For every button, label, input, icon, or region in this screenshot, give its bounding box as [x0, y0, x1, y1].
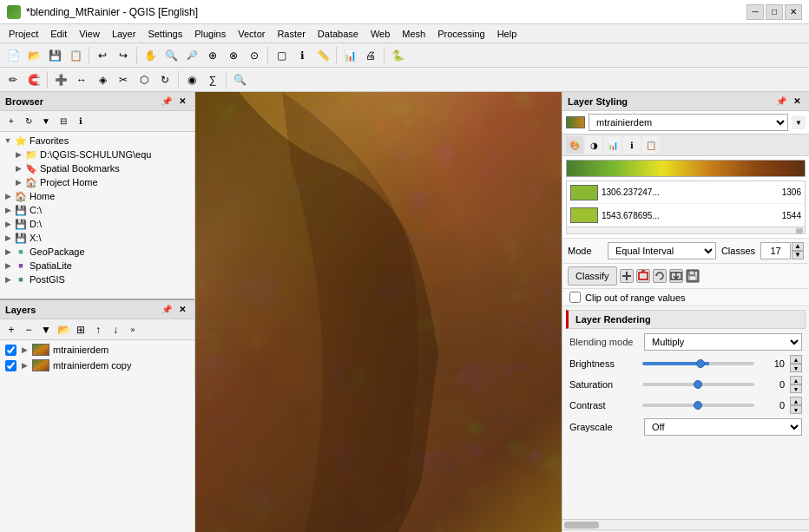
tree-favorites[interactable]: ▼ ⭐ Favorites [2, 134, 193, 148]
minimize-button[interactable]: ─ [747, 4, 764, 20]
menu-web[interactable]: Web [365, 27, 395, 41]
tab-symbology-btn[interactable]: 🎨 [566, 136, 583, 154]
close-button[interactable]: ✕ [785, 4, 802, 20]
menu-layer[interactable]: Layer [107, 27, 141, 41]
load-color-button[interactable] [669, 269, 683, 283]
add-feature-btn[interactable]: ➕ [51, 70, 70, 89]
layer-selector-dropdown[interactable]: mtrainierdem [589, 114, 788, 131]
print-btn[interactable]: 🖨 [361, 46, 380, 65]
vertex-btn[interactable]: ◈ [93, 70, 112, 89]
open-project-btn[interactable]: 📂 [24, 46, 43, 65]
blending-mode-select[interactable]: Normal Multiply Screen [644, 333, 802, 351]
save-project-btn[interactable]: 💾 [45, 46, 64, 65]
tree-geopackage[interactable]: ▶ ■ GeoPackage [2, 245, 193, 259]
mode-select[interactable]: Equal Interval Quantile [608, 242, 716, 259]
tree-x-drive[interactable]: ▶ 💾 X:\ [2, 231, 193, 245]
merge-btn[interactable]: ⬡ [135, 70, 154, 89]
add-class-button[interactable] [620, 269, 634, 283]
contrast-down-btn[interactable]: ▼ [790, 405, 802, 414]
layers-close-icon[interactable]: ✕ [175, 303, 189, 317]
menu-raster[interactable]: Raster [272, 27, 310, 41]
map-area[interactable] [195, 92, 562, 532]
browser-refresh-btn[interactable]: ↻ [21, 114, 36, 129]
tab-legend-btn[interactable]: 📋 [642, 136, 660, 154]
snap-btn[interactable]: 🧲 [24, 70, 43, 89]
saturation-up-btn[interactable]: ▲ [790, 376, 802, 384]
reload-button[interactable] [653, 269, 667, 283]
save-as-btn[interactable]: 📋 [66, 46, 85, 65]
menu-mesh[interactable]: Mesh [397, 27, 431, 41]
layers-down-btn[interactable]: ↓ [108, 322, 123, 338]
attribute-table-btn[interactable]: 📊 [340, 46, 359, 65]
browser-filter-btn[interactable]: ▼ [38, 114, 54, 129]
measure-btn[interactable]: 📏 [313, 46, 332, 65]
layers-remove-btn[interactable]: − [21, 322, 36, 338]
class-table-scrollbar[interactable] [566, 227, 806, 234]
search-btn[interactable]: 🔍 [230, 70, 249, 89]
browser-pin-icon[interactable]: 📌 [160, 95, 174, 108]
select-btn[interactable]: ▢ [272, 46, 291, 65]
tab-histogram-btn[interactable]: 📊 [604, 136, 622, 154]
classify-button[interactable]: Classify [568, 266, 617, 286]
brightness-slider[interactable] [642, 362, 754, 365]
classes-input[interactable] [760, 242, 791, 259]
move-feature-btn[interactable]: ↔ [72, 70, 91, 89]
tree-qgis-folder[interactable]: ▶ 📁 D:\QGIS-SCHULUNG\equ [2, 148, 193, 161]
rotate-btn[interactable]: ↻ [155, 70, 174, 89]
layer-selector-chevron[interactable]: ▼ [792, 115, 806, 129]
tree-c-drive[interactable]: ▶ 💾 C:\ [2, 203, 193, 217]
layer-checkbox-2[interactable] [5, 360, 16, 371]
maximize-button[interactable]: □ [766, 4, 783, 20]
classes-decrement-btn[interactable]: ▼ [792, 251, 804, 259]
menu-database[interactable]: Database [312, 27, 364, 41]
field-calc-btn[interactable]: ∑ [203, 70, 222, 89]
tree-project-home[interactable]: ▶ 🏠 Project Home [2, 175, 193, 189]
contrast-slider[interactable] [642, 404, 754, 407]
layers-open-btn[interactable]: 📂 [56, 322, 71, 338]
remove-class-button[interactable] [636, 269, 650, 283]
saturation-slider[interactable] [642, 383, 754, 386]
layer-item-2[interactable]: ▶ mtrainierdem copy [2, 358, 193, 373]
layers-filter-btn[interactable]: ▼ [38, 322, 54, 338]
styling-close-icon[interactable]: ✕ [790, 95, 804, 108]
saturation-down-btn[interactable]: ▼ [790, 384, 802, 393]
layer-item-1[interactable]: ▶ mtrainierdem [2, 342, 193, 358]
layers-pin-icon[interactable]: 📌 [160, 303, 174, 317]
menu-project[interactable]: Project [3, 27, 43, 41]
right-panel-hscrollbar[interactable] [562, 519, 809, 529]
menu-view[interactable]: View [74, 27, 105, 41]
zoom-layer-btn[interactable]: ⊗ [224, 46, 243, 65]
styling-pin-icon[interactable]: 📌 [774, 95, 788, 108]
classes-increment-btn[interactable]: ▲ [792, 242, 804, 251]
layer-checkbox-1[interactable] [5, 345, 16, 356]
fill-ring-btn[interactable]: ◉ [182, 70, 201, 89]
digitize-btn[interactable]: ✏ [3, 70, 23, 89]
browser-collapse-btn[interactable]: ⊟ [56, 114, 71, 129]
zoom-out-btn[interactable]: 🔎 [182, 46, 201, 65]
tree-postgis[interactable]: ▶ ■ PostGIS [2, 273, 193, 286]
layers-expand-btn[interactable]: ⊞ [73, 322, 89, 338]
zoom-selection-btn[interactable]: ⊙ [245, 46, 264, 65]
tab-metadata-btn[interactable]: ℹ [623, 136, 641, 154]
grayscale-select[interactable]: Off By Lightness By Luminosity By Averag… [644, 418, 802, 436]
identify-btn[interactable]: ℹ [293, 46, 312, 65]
new-project-btn[interactable]: 📄 [3, 46, 23, 65]
clip-checkbox[interactable] [569, 292, 581, 303]
python-btn[interactable]: 🐍 [388, 46, 407, 65]
zoom-full-btn[interactable]: ⊕ [203, 46, 222, 65]
pan-btn[interactable]: ✋ [141, 46, 160, 65]
layers-add-btn[interactable]: + [3, 322, 19, 338]
tree-bookmarks[interactable]: ▶ 🔖 Spatial Bookmarks [2, 161, 193, 175]
layers-up-btn[interactable]: ↑ [90, 322, 106, 338]
tab-transparency-btn[interactable]: ◑ [585, 136, 602, 154]
tree-spatialite[interactable]: ▶ ■ SpatiaLite [2, 259, 193, 273]
menu-help[interactable]: Help [492, 27, 523, 41]
zoom-in-btn[interactable]: 🔍 [161, 46, 181, 65]
brightness-up-btn[interactable]: ▲ [790, 355, 802, 364]
menu-settings[interactable]: Settings [142, 27, 187, 41]
brightness-down-btn[interactable]: ▼ [790, 364, 802, 372]
color-ramp-bar[interactable] [566, 160, 806, 177]
menu-processing[interactable]: Processing [432, 27, 490, 41]
delete-btn[interactable]: ✂ [114, 70, 133, 89]
save-color-button[interactable] [686, 269, 700, 283]
